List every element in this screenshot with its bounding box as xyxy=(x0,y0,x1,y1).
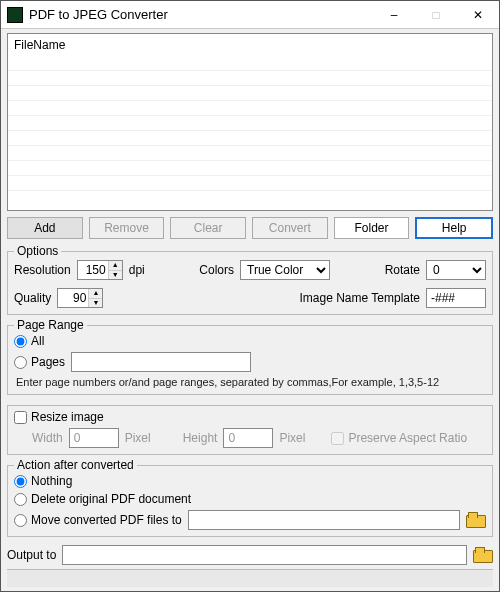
action-delete-radio[interactable]: Delete original PDF document xyxy=(14,492,191,506)
remove-button: Remove xyxy=(89,217,165,239)
clear-button: Clear xyxy=(170,217,246,239)
convert-button: Convert xyxy=(252,217,328,239)
resolution-unit: dpi xyxy=(129,263,145,277)
pagerange-legend: Page Range xyxy=(14,318,87,332)
output-label: Output to xyxy=(7,548,56,562)
app-icon xyxy=(7,7,23,23)
toolbar: Add Remove Clear Convert Folder Help xyxy=(7,217,493,239)
template-label: Image Name Template xyxy=(299,291,420,305)
action-group: Action after converted Nothing Delete or… xyxy=(7,465,493,537)
quality-arrows[interactable]: ▲▼ xyxy=(88,289,102,307)
output-row: Output to xyxy=(7,545,493,565)
status-bar xyxy=(7,569,493,587)
pagerange-all-input[interactable] xyxy=(14,335,27,348)
client-area: FileName Add Remove Clear Convert Folder… xyxy=(1,29,499,591)
action-delete-input[interactable] xyxy=(14,493,27,506)
action-move-input[interactable] xyxy=(14,514,27,527)
pagerange-pages-radio[interactable]: Pages xyxy=(14,355,65,369)
colors-select[interactable]: True Color xyxy=(240,260,330,280)
resolution-arrows[interactable]: ▲▼ xyxy=(108,261,122,279)
action-move-path[interactable] xyxy=(188,510,460,530)
template-input[interactable] xyxy=(426,288,486,308)
resize-height-input xyxy=(223,428,273,448)
pagerange-hint: Enter page numbers or/and page ranges, s… xyxy=(16,376,484,388)
rotate-label: Rotate xyxy=(385,263,420,277)
output-path[interactable] xyxy=(62,545,467,565)
file-list-rows xyxy=(8,56,492,210)
options-legend: Options xyxy=(14,244,61,258)
file-list-header: FileName xyxy=(8,34,492,56)
pagerange-group: Page Range All Pages Enter page numbers … xyxy=(7,325,493,395)
help-button[interactable]: Help xyxy=(415,217,493,239)
resize-group: Resize image Width Pixel Height Pixel Pr… xyxy=(7,405,493,455)
resize-width-label: Width xyxy=(32,431,63,445)
quality-label: Quality xyxy=(14,291,51,305)
action-nothing-input[interactable] xyxy=(14,475,27,488)
pagerange-all-radio[interactable]: All xyxy=(14,334,44,348)
rotate-select[interactable]: 0 xyxy=(426,260,486,280)
folder-button[interactable]: Folder xyxy=(334,217,410,239)
titlebar: PDF to JPEG Converter – □ ✕ xyxy=(1,1,499,29)
add-button[interactable]: Add xyxy=(7,217,83,239)
browse-output-folder-icon[interactable] xyxy=(473,547,493,563)
close-button[interactable]: ✕ xyxy=(457,1,499,29)
action-nothing-radio[interactable]: Nothing xyxy=(14,474,72,488)
file-list[interactable]: FileName xyxy=(7,33,493,211)
quality-spinner[interactable]: ▲▼ xyxy=(57,288,103,308)
preserve-aspect-checkbox: Preserve Aspect Ratio xyxy=(331,431,467,445)
preserve-aspect-input xyxy=(331,432,344,445)
browse-move-folder-icon[interactable] xyxy=(466,512,486,528)
resolution-spinner[interactable]: ▲▼ xyxy=(77,260,123,280)
resolution-label: Resolution xyxy=(14,263,71,277)
action-move-radio[interactable]: Move converted PDF files to xyxy=(14,513,182,527)
resize-height-label: Height xyxy=(183,431,218,445)
window-title: PDF to JPEG Converter xyxy=(29,7,373,22)
resize-height-unit: Pixel xyxy=(279,431,305,445)
options-group: Options Resolution ▲▼ dpi Colors True Co… xyxy=(7,251,493,315)
resize-checkbox[interactable]: Resize image xyxy=(14,410,104,424)
app-window: PDF to JPEG Converter – □ ✕ FileName Add… xyxy=(0,0,500,592)
action-legend: Action after converted xyxy=(14,458,137,472)
quality-input[interactable] xyxy=(58,289,88,307)
colors-label: Colors xyxy=(199,263,234,277)
resize-width-unit: Pixel xyxy=(125,431,151,445)
resize-width-input xyxy=(69,428,119,448)
minimize-button[interactable]: – xyxy=(373,1,415,29)
pagerange-pages-input[interactable] xyxy=(14,356,27,369)
resolution-input[interactable] xyxy=(78,261,108,279)
resize-check-input[interactable] xyxy=(14,411,27,424)
pagerange-pages-field[interactable] xyxy=(71,352,251,372)
maximize-button: □ xyxy=(415,1,457,29)
